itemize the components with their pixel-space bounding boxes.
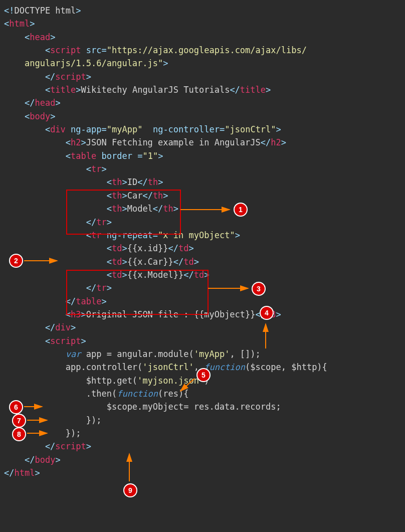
code-block: <!DOCTYPE html> <html> <head> <script sr…: [4, 4, 401, 479]
annotation-badge-9: 9: [123, 483, 137, 497]
